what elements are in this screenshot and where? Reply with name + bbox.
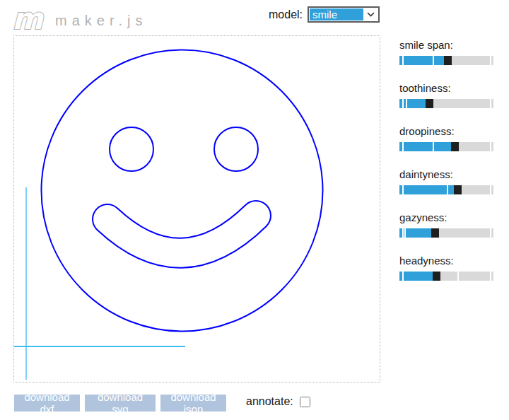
slider-tick bbox=[433, 56, 434, 65]
slider-thumb[interactable] bbox=[426, 99, 433, 108]
slider-thumb[interactable] bbox=[454, 185, 462, 194]
slider-tick bbox=[490, 56, 491, 65]
slider-tick bbox=[457, 272, 459, 281]
annotate-label: annotate: bbox=[246, 395, 293, 408]
model-picker-row: model: smile bbox=[269, 6, 380, 23]
slider-tick bbox=[447, 185, 448, 194]
download-dxf-button[interactable]: download dxf bbox=[14, 395, 80, 412]
slider-label: gazyness: bbox=[399, 211, 493, 223]
slider-tick bbox=[490, 99, 491, 108]
slider-track[interactable] bbox=[399, 99, 493, 108]
slider-tick bbox=[490, 272, 491, 281]
download-svg-button[interactable]: download svg bbox=[85, 395, 156, 412]
slider-fill bbox=[399, 142, 451, 151]
head-circle bbox=[42, 50, 323, 332]
slider-tick bbox=[433, 142, 434, 151]
slider-tick bbox=[402, 56, 404, 65]
slider-tick bbox=[404, 228, 406, 238]
slider-tick bbox=[402, 142, 404, 151]
slider-group-headyness: headyness: bbox=[399, 255, 493, 281]
slider-tick bbox=[406, 99, 407, 108]
slider-thumb[interactable] bbox=[431, 228, 439, 238]
slider-thumb[interactable] bbox=[444, 56, 452, 65]
slider-thumb[interactable] bbox=[433, 272, 440, 281]
makerjs-logo-icon: m bbox=[11, 4, 49, 33]
slider-group-droopiness: droopiness: bbox=[399, 125, 493, 151]
slider-tick bbox=[402, 185, 404, 194]
smiley-drawing bbox=[14, 36, 380, 382]
slider-group-daintyness: daintyness: bbox=[399, 168, 493, 194]
slider-track[interactable] bbox=[399, 272, 493, 281]
slider-group-smilespan: smile span: bbox=[399, 39, 493, 65]
right-eye-circle bbox=[214, 127, 258, 171]
slider-group-gazyness: gazyness: bbox=[399, 211, 493, 238]
slider-thumb[interactable] bbox=[451, 142, 459, 151]
slider-track[interactable] bbox=[399, 56, 493, 65]
app-title: maker.js bbox=[55, 13, 147, 29]
model-selected-value: smile bbox=[310, 8, 363, 21]
slider-label: daintyness: bbox=[399, 168, 493, 180]
slider-label: droopiness: bbox=[399, 125, 493, 137]
download-buttons-row: download dxfdownload svgdownload json bbox=[14, 395, 226, 412]
slider-tick bbox=[490, 142, 491, 151]
slider-track[interactable] bbox=[399, 228, 493, 238]
annotate-checkbox[interactable] bbox=[300, 397, 310, 407]
slider-group-toothiness: toothiness: bbox=[399, 82, 493, 108]
slider-tick bbox=[402, 272, 404, 281]
drawing-canvas bbox=[13, 35, 380, 383]
download-json-button[interactable]: download json bbox=[160, 395, 226, 412]
chevron-down-icon bbox=[363, 8, 378, 21]
svg-text:m: m bbox=[12, 4, 45, 33]
model-select[interactable]: smile bbox=[308, 6, 380, 23]
annotate-row: annotate: bbox=[246, 395, 310, 408]
slider-track[interactable] bbox=[399, 142, 493, 151]
left-eye-circle bbox=[110, 127, 153, 171]
slider-fill bbox=[399, 56, 444, 65]
slider-track[interactable] bbox=[399, 185, 493, 194]
slider-tick bbox=[490, 185, 491, 194]
slider-tick bbox=[402, 99, 404, 108]
smile-outline-inner bbox=[107, 216, 256, 253]
slider-label: headyness: bbox=[399, 255, 493, 267]
slider-label: toothiness: bbox=[399, 82, 493, 94]
slider-label: smile span: bbox=[399, 39, 493, 51]
slider-tick bbox=[490, 228, 491, 238]
slider-fill bbox=[399, 272, 433, 281]
model-label: model: bbox=[269, 8, 303, 21]
